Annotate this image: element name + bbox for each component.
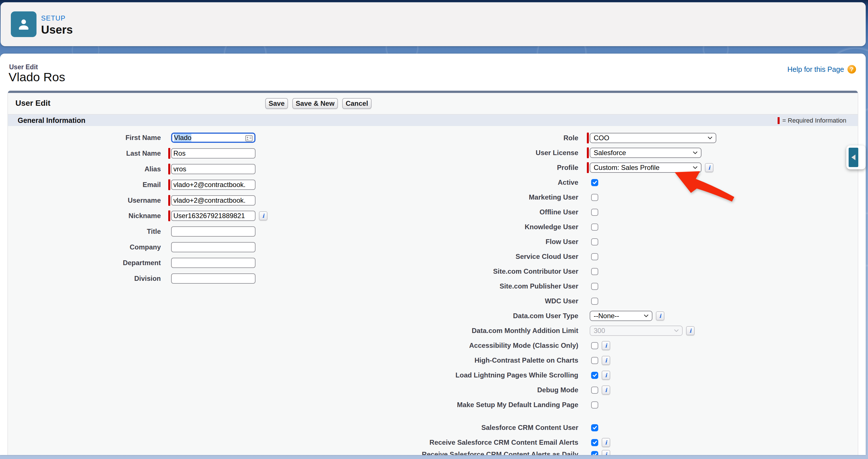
form-row: Receive Salesforce CRM Content Alerts as… — [8, 447, 858, 455]
collapse-left-icon — [848, 148, 858, 167]
field-label: Receive Salesforce CRM Content Email Ale… — [8, 438, 578, 447]
help-area: Help for this Page ? — [787, 65, 856, 73]
info-icon[interactable]: i — [602, 356, 610, 365]
setup-header-card: SETUP Users — [1, 2, 866, 46]
select-value: Custom: Sales Profile — [594, 164, 659, 172]
field-label: Debug Mode — [8, 386, 578, 394]
make-setup-my-default-landing-page-checkbox[interactable] — [591, 401, 598, 408]
required-indicator — [587, 132, 589, 144]
flow-user-checkbox[interactable] — [591, 238, 598, 245]
field-label: Offline User — [8, 208, 578, 216]
active-checkbox[interactable] — [591, 179, 598, 186]
field-label: Active — [8, 179, 578, 186]
cancel-button[interactable]: Cancel — [342, 98, 372, 109]
chevron-down-icon — [693, 166, 698, 169]
receive-salesforce-crm-content-alerts-as-daily-checkbox[interactable] — [591, 451, 598, 455]
user-license-select[interactable]: Salesforce — [590, 148, 702, 158]
help-question-icon[interactable]: ? — [847, 65, 856, 73]
salesforce-crm-content-user-checkbox[interactable] — [591, 424, 598, 431]
field-label: Load Lightning Pages While Scrolling — [8, 371, 578, 379]
form-top-accent-bar — [8, 91, 858, 93]
info-icon[interactable]: i — [705, 163, 713, 172]
field-label: Salesforce CRM Content User — [8, 424, 578, 432]
select-value: --None-- — [594, 312, 619, 320]
form-row: Flow User — [8, 234, 858, 249]
section-title: General Information — [18, 116, 86, 125]
info-icon[interactable]: i — [602, 386, 610, 395]
info-icon[interactable]: i — [602, 341, 610, 350]
required-indicator — [587, 147, 589, 158]
service-cloud-user-checkbox[interactable] — [591, 253, 598, 260]
record-type-label: User Edit — [9, 63, 38, 71]
knowledge-user-checkbox[interactable] — [591, 223, 598, 231]
role-select[interactable]: COO — [590, 133, 716, 143]
save-new-button[interactable]: Save & New — [292, 98, 338, 109]
field-label: Marketing User — [8, 193, 578, 201]
form-row: Site.com Publisher User — [8, 279, 858, 294]
info-icon[interactable]: i — [602, 450, 610, 455]
field-label: Knowledge User — [8, 223, 578, 231]
form-row: Active — [8, 175, 858, 190]
field-label: Role — [8, 134, 578, 142]
form-row: Service Cloud User — [8, 249, 858, 264]
field-label: Profile — [8, 164, 578, 172]
marketing-user-checkbox[interactable] — [591, 194, 598, 201]
form-header-row: User Edit SaveSave & NewCancel — [8, 93, 858, 115]
select-value: Salesforce — [594, 149, 626, 157]
help-for-this-page-link[interactable]: Help for this Page — [787, 65, 844, 73]
field-label: Data.com Monthly Addition Limit — [8, 327, 578, 335]
form-row: Data.com Monthly Addition Limit300i — [8, 323, 858, 338]
info-icon[interactable]: i — [656, 311, 664, 320]
field-label: Site.com Publisher User — [8, 282, 578, 290]
select-value: 300 — [594, 327, 605, 335]
debug-mode-checkbox[interactable] — [591, 387, 598, 394]
field-label: Site.com Contributor User — [8, 268, 578, 275]
sidebar-collapse-tab[interactable] — [846, 145, 866, 170]
chevron-down-icon — [644, 314, 648, 317]
form-row: Debug Modei — [8, 382, 858, 397]
user-edit-form-block: User Edit SaveSave & NewCancel General I… — [7, 91, 858, 455]
info-icon[interactable]: i — [602, 371, 610, 380]
form-row: Data.com User Type--None--i — [8, 308, 858, 323]
form-row: User LicenseSalesforce — [8, 145, 858, 160]
info-icon[interactable]: i — [602, 438, 610, 447]
form-row: High-Contrast Palette on Chartsi — [8, 353, 858, 368]
accessibility-mode-classic-only--checkbox[interactable] — [591, 342, 598, 349]
info-icon[interactable]: i — [686, 326, 694, 335]
form-row: Salesforce CRM Content User — [8, 420, 858, 435]
required-legend-text: = Required Information — [782, 117, 846, 124]
field-label: Service Cloud User — [8, 253, 578, 261]
required-legend: = Required Information — [778, 117, 846, 124]
form-row: WDC User — [8, 294, 858, 308]
field-label: Accessibility Mode (Classic Only) — [8, 341, 578, 349]
field-label: Make Setup My Default Landing Page — [8, 401, 578, 409]
offline-user-checkbox[interactable] — [591, 209, 598, 216]
field-label: Data.com User Type — [8, 312, 578, 320]
high-contrast-palette-on-charts-checkbox[interactable] — [591, 357, 598, 364]
site-com-publisher-user-checkbox[interactable] — [591, 283, 598, 290]
field-label: Flow User — [8, 238, 578, 246]
users-icon — [11, 11, 36, 37]
receive-salesforce-crm-content-email-alerts-checkbox[interactable] — [591, 439, 598, 446]
record-name: Vlado Ros — [8, 70, 65, 84]
section-header: General Information = Required Informati… — [8, 115, 858, 126]
form-title: User Edit — [16, 99, 51, 108]
form-row: Offline User — [8, 205, 858, 219]
select-value: COO — [594, 134, 609, 142]
required-indicator — [778, 117, 780, 124]
save-button[interactable]: Save — [265, 98, 288, 109]
salesforce-setup-user-edit-page: SETUP Users User Edit Vlado Ros Help for… — [0, 0, 868, 459]
profile-select[interactable]: Custom: Sales Profile — [590, 162, 702, 173]
data-com-monthly-addition-limit-select: 300 — [590, 326, 683, 336]
field-label: WDC User — [8, 297, 578, 305]
form-row: ProfileCustom: Sales Profilei — [8, 160, 858, 175]
data-com-user-type-select[interactable]: --None-- — [590, 311, 652, 321]
site-com-contributor-user-checkbox[interactable] — [591, 268, 598, 275]
required-indicator — [587, 162, 589, 173]
form-row: Site.com Contributor User — [8, 264, 858, 279]
load-lightning-pages-while-scrolling-checkbox[interactable] — [591, 372, 598, 379]
content-card: User Edit Vlado Ros Help for this Page ?… — [0, 54, 866, 455]
wdc-user-checkbox[interactable] — [591, 298, 598, 305]
setup-eyebrow: SETUP — [41, 14, 66, 22]
page-title: Users — [41, 23, 73, 36]
